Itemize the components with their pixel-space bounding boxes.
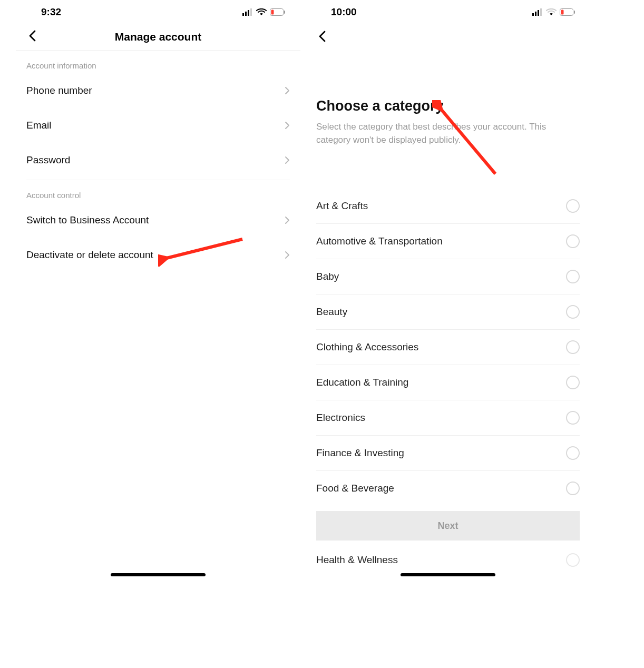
chevron-right-icon [285, 251, 290, 259]
category-row-clothing[interactable]: Clothing & Accessories [316, 330, 580, 365]
category-label: Clothing & Accessories [316, 341, 418, 353]
svg-rect-13 [561, 10, 564, 15]
status-bar: 10:00 [306, 0, 590, 23]
category-label: Automotive & Transportation [316, 235, 443, 247]
radio-unchecked-icon [566, 199, 580, 213]
svg-rect-6 [271, 10, 274, 15]
cellular-signal-icon [532, 8, 543, 16]
category-row-health-wellness[interactable]: Health & Wellness [316, 546, 580, 567]
row-label: Email [26, 120, 52, 131]
status-time: 9:32 [31, 6, 61, 18]
svg-rect-7 [532, 13, 534, 16]
wifi-icon [256, 8, 267, 16]
phone-screen-manage-account: 9:32 Manage account Account information … [16, 0, 300, 579]
status-time: 10:00 [320, 6, 357, 18]
section-account-control: Account control Switch to Business Accou… [16, 180, 300, 272]
radio-unchecked-icon [566, 340, 580, 354]
status-icons [532, 8, 575, 16]
row-switch-business-account[interactable]: Switch to Business Account [26, 203, 290, 238]
svg-rect-0 [242, 13, 244, 16]
radio-unchecked-icon [566, 411, 580, 425]
content-area: Choose a category Select the category th… [306, 98, 590, 567]
category-label: Finance & Investing [316, 447, 404, 459]
svg-rect-9 [538, 10, 539, 16]
svg-rect-2 [248, 10, 249, 16]
category-label: Art & Crafts [316, 200, 368, 212]
chevron-left-icon [28, 30, 37, 43]
category-row-food[interactable]: Food & Beverage [316, 471, 580, 506]
category-row-education[interactable]: Education & Training [316, 365, 580, 400]
radio-unchecked-icon [566, 482, 580, 495]
next-button[interactable]: Next [316, 511, 580, 541]
page-heading: Choose a category [316, 98, 580, 114]
radio-unchecked-icon [566, 446, 580, 460]
row-phone-number[interactable]: Phone number [26, 73, 290, 108]
radio-unchecked-icon [566, 234, 580, 248]
chevron-right-icon [285, 156, 290, 164]
radio-unchecked-icon [566, 270, 580, 283]
phone-screen-choose-category: 10:00 Choose a category Select the categ… [306, 0, 590, 579]
category-label: Education & Training [316, 377, 408, 388]
category-label: Baby [316, 271, 339, 282]
chevron-right-icon [285, 216, 290, 224]
home-indicator [401, 573, 495, 576]
category-row-automotive[interactable]: Automotive & Transportation [316, 224, 580, 259]
category-label: Health & Wellness [316, 554, 398, 566]
category-row-baby[interactable]: Baby [316, 259, 580, 294]
chevron-right-icon [285, 86, 290, 95]
category-list: Art & Crafts Automotive & Transportation… [316, 189, 580, 506]
wifi-icon [546, 8, 557, 16]
section-header: Account control [26, 180, 290, 203]
svg-rect-3 [250, 8, 252, 16]
nav-header: Manage account [16, 23, 300, 51]
category-row-beauty[interactable]: Beauty [316, 294, 580, 330]
category-row-art-crafts[interactable]: Art & Crafts [316, 189, 580, 224]
status-icons [242, 8, 286, 16]
page-subtext: Select the category that best describes … [316, 121, 580, 146]
battery-low-icon [560, 8, 575, 16]
svg-rect-1 [245, 12, 247, 16]
category-row-finance[interactable]: Finance & Investing [316, 436, 580, 471]
radio-unchecked-icon [566, 553, 580, 567]
nav-header [306, 23, 590, 51]
category-label: Beauty [316, 306, 347, 318]
page-title: Manage account [16, 31, 300, 43]
row-deactivate-delete[interactable]: Deactivate or delete account [26, 238, 290, 272]
row-label: Deactivate or delete account [26, 249, 153, 261]
svg-rect-5 [284, 11, 285, 14]
cellular-signal-icon [242, 8, 253, 16]
chevron-right-icon [285, 121, 290, 130]
battery-low-icon [270, 8, 286, 16]
row-password[interactable]: Password [26, 143, 290, 178]
category-label: Food & Beverage [316, 483, 394, 494]
category-row-electronics[interactable]: Electronics [316, 400, 580, 436]
row-label: Switch to Business Account [26, 214, 149, 226]
radio-unchecked-icon [566, 305, 580, 319]
section-account-information: Account information Phone number Email P… [16, 51, 300, 178]
back-button[interactable] [26, 28, 39, 45]
home-indicator [111, 573, 206, 576]
back-button[interactable] [316, 28, 329, 46]
svg-rect-8 [535, 12, 536, 16]
row-label: Password [26, 154, 70, 166]
row-label: Phone number [26, 85, 92, 96]
svg-rect-12 [574, 11, 575, 14]
category-label: Electronics [316, 412, 365, 424]
svg-rect-10 [540, 8, 542, 16]
chevron-left-icon [318, 31, 327, 44]
section-header: Account information [26, 51, 290, 73]
status-bar: 9:32 [16, 0, 300, 23]
radio-unchecked-icon [566, 376, 580, 389]
row-email[interactable]: Email [26, 108, 290, 143]
